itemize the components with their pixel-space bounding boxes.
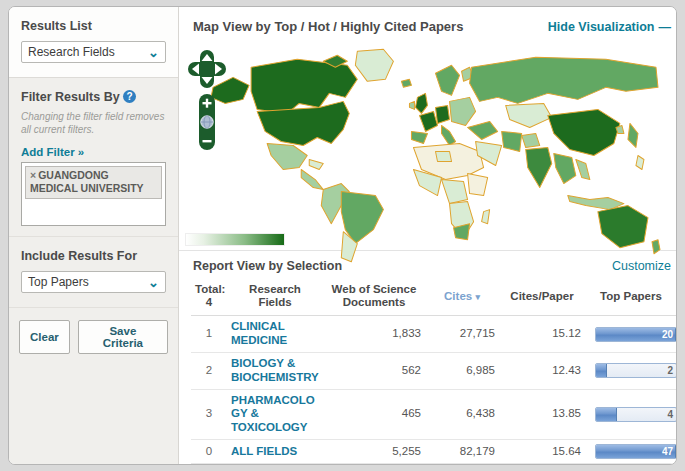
docs-cell: 5,255: [323, 440, 425, 464]
help-icon[interactable]: ?: [123, 90, 136, 103]
sidebar-buttons: Clear Save Criteria: [9, 308, 178, 366]
hide-visualization-link[interactable]: Hide Visualization—: [548, 20, 671, 34]
sidebar: Results List Research Fields ⌄ Filter Re…: [9, 7, 179, 464]
filter-note: Changing the filter field removes all cu…: [21, 110, 166, 136]
top-papers-bar-value: 20: [662, 329, 673, 341]
field-link[interactable]: PHARMACOLOGY & TOXICOLOGY: [231, 394, 319, 435]
chevron-down-icon: ⌄: [148, 46, 159, 59]
docs-cell: 1,833: [323, 316, 425, 353]
filter-tag[interactable]: ×GUANGDONG MEDICAL UNIVERSITY: [25, 166, 162, 199]
report-table: Total: 4 Research Fields Web of Science …: [191, 279, 677, 464]
field-link[interactable]: BIOLOGY & BIOCHEMISTRY: [231, 357, 319, 385]
map-controls: [187, 48, 229, 156]
sort-arrow-icon: ▾: [475, 292, 480, 302]
include-results-dropdown-value: Top Papers: [28, 275, 89, 289]
cites-cell: 6,438: [425, 389, 499, 439]
include-results-section: Include Results For Top Papers ⌄: [9, 237, 178, 308]
rank-cell: 3: [191, 389, 227, 439]
top-papers-bar: 4: [595, 407, 677, 422]
cites-cell: 27,715: [425, 316, 499, 353]
top-papers-bar: 2: [595, 363, 677, 378]
results-list-dropdown[interactable]: Research Fields ⌄: [21, 41, 166, 63]
table-row: 1 CLINICAL MEDICINE 1,833 27,715 15.12 2…: [191, 316, 677, 353]
wos-documents-header: Web of Science Documents: [323, 279, 425, 316]
top-papers-bar-fill: [596, 364, 607, 377]
top-papers-bar: 20: [595, 327, 677, 342]
docs-cell: 465: [323, 389, 425, 439]
cites-per-paper-cell: 12.43: [499, 353, 585, 390]
clear-button[interactable]: Clear: [19, 320, 70, 354]
cites-per-paper-cell: 13.85: [499, 389, 585, 439]
top-papers-bar-value: 2: [667, 365, 673, 377]
zoom-out-icon[interactable]: [203, 140, 212, 142]
filter-section: Filter Results By ? Changing the filter …: [9, 78, 178, 237]
minus-icon: —: [659, 20, 672, 34]
cites-per-paper-cell: 15.64: [499, 440, 585, 464]
research-fields-header: Research Fields: [227, 279, 323, 316]
table-header-row: Total: 4 Research Fields Web of Science …: [191, 279, 677, 316]
map-area: [179, 42, 677, 250]
filter-tag-label: GUANGDONG MEDICAL UNIVERSITY: [30, 169, 144, 194]
field-link[interactable]: ALL FIELDS: [231, 445, 319, 459]
include-results-heading: Include Results For: [21, 249, 166, 263]
table-row: 0 ALL FIELDS 5,255 82,179 15.64 47: [191, 440, 677, 464]
results-list-dropdown-value: Research Fields: [28, 45, 115, 59]
top-papers-bar-value: 47: [662, 446, 673, 458]
table-row: 3 PHARMACOLOGY & TOXICOLOGY 465 6,438 13…: [191, 389, 677, 439]
include-results-dropdown[interactable]: Top Papers ⌄: [21, 271, 166, 293]
map-header: Map View by Top / Hot / Highly Cited Pap…: [179, 7, 677, 42]
cites-per-paper-cell: 15.12: [499, 316, 585, 353]
cites-cell: 6,985: [425, 353, 499, 390]
remove-tag-icon[interactable]: ×: [30, 169, 36, 181]
rank-cell: 1: [191, 316, 227, 353]
top-papers-bar-fill: [596, 408, 617, 421]
cites-per-paper-header: Cites/Paper: [499, 279, 585, 316]
add-filter-link[interactable]: Add Filter »: [21, 146, 84, 158]
cites-cell: 82,179: [425, 440, 499, 464]
cites-header-label: Cites: [444, 290, 472, 302]
map-legend-gradient: [185, 233, 285, 246]
pan-control-icon: [188, 50, 226, 88]
total-label: Total:: [195, 283, 223, 296]
total-header: Total: 4: [191, 279, 227, 316]
globe-icon[interactable]: [201, 116, 213, 128]
rank-cell: 2: [191, 353, 227, 390]
field-link[interactable]: CLINICAL MEDICINE: [231, 320, 319, 348]
docs-cell: 562: [323, 353, 425, 390]
main-content: Map View by Top / Hot / Highly Cited Pap…: [179, 7, 677, 464]
cites-header[interactable]: Cites ▾: [425, 279, 499, 316]
filter-heading: Filter Results By ?: [21, 90, 166, 104]
top-papers-header: Top Papers: [585, 279, 677, 316]
map-title: Map View by Top / Hot / Highly Cited Pap…: [193, 19, 463, 34]
results-panel: Results List Research Fields ⌄ Filter Re…: [8, 6, 677, 465]
hide-visualization-label: Hide Visualization: [548, 20, 655, 34]
chevron-down-icon: ⌄: [148, 276, 159, 289]
rank-cell: 0: [191, 440, 227, 464]
table-row: 2 BIOLOGY & BIOCHEMISTRY 562 6,985 12.43…: [191, 353, 677, 390]
filter-heading-label: Filter Results By: [21, 90, 120, 104]
results-list-section: Results List Research Fields ⌄: [9, 7, 178, 78]
top-papers-bar-value: 4: [667, 409, 673, 421]
save-criteria-button[interactable]: Save Criteria: [78, 320, 168, 354]
top-papers-bar: 47: [595, 444, 677, 459]
filter-box[interactable]: ×GUANGDONG MEDICAL UNIVERSITY: [21, 162, 166, 226]
results-list-heading: Results List: [21, 19, 166, 33]
total-count: 4: [195, 296, 223, 309]
